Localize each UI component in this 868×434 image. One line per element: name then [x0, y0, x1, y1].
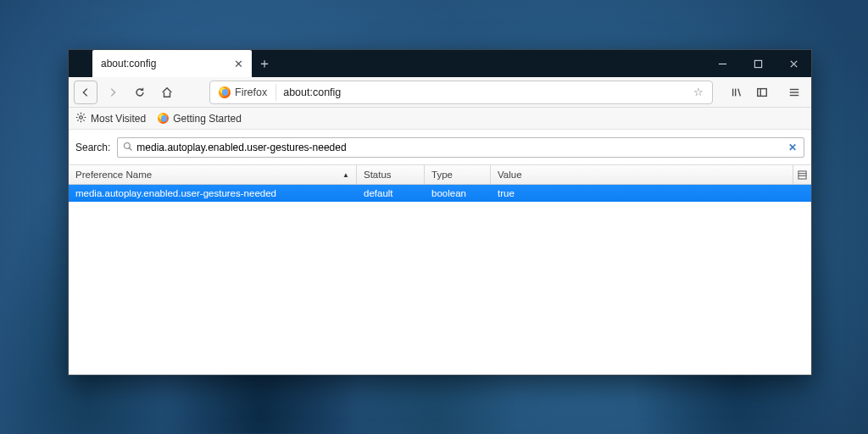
svg-point-12 — [80, 115, 83, 119]
cell-status: default — [357, 188, 425, 198]
clear-search-icon[interactable]: ✕ — [785, 141, 800, 154]
svg-line-14 — [130, 147, 132, 150]
cell-name: media.autoplay.enabled.user-gestures-nee… — [69, 188, 357, 198]
column-header-type[interactable]: Type — [425, 165, 491, 184]
firefox-icon — [219, 86, 231, 98]
identity-box[interactable]: Firefox — [214, 84, 276, 101]
bookmark-label: Getting Started — [173, 113, 242, 125]
bookmark-star-icon[interactable]: ☆ — [688, 86, 709, 98]
window-controls — [704, 50, 811, 77]
bookmark-most-visited[interactable]: Most Visited — [75, 112, 146, 125]
sidebar-button[interactable] — [750, 81, 774, 104]
tab-close-icon[interactable]: ✕ — [231, 57, 245, 70]
svg-line-6 — [738, 88, 741, 96]
nav-toolbar: Firefox ☆ — [69, 77, 811, 108]
column-header-status[interactable]: Status — [357, 165, 425, 184]
minimize-button[interactable] — [704, 50, 740, 77]
cell-value: true — [491, 188, 811, 198]
identity-label: Firefox — [235, 86, 267, 98]
column-header-value[interactable]: Value — [491, 165, 793, 184]
bookmark-label: Most Visited — [91, 113, 146, 125]
tab-title: about:config — [101, 58, 231, 70]
svg-point-13 — [125, 142, 131, 148]
toolbar-right — [725, 81, 806, 104]
url-input[interactable] — [276, 86, 688, 98]
svg-rect-7 — [758, 88, 767, 96]
home-button[interactable] — [155, 81, 179, 104]
url-bar[interactable]: Firefox ☆ — [209, 81, 713, 104]
maximize-button[interactable] — [740, 50, 776, 77]
reload-button[interactable] — [128, 81, 152, 104]
menu-button[interactable] — [782, 81, 806, 104]
browser-window: about:config ✕ ＋ — [68, 49, 812, 376]
search-icon — [123, 142, 133, 154]
tab-active[interactable]: about:config ✕ — [92, 50, 252, 77]
column-label: Value — [498, 170, 522, 180]
svg-rect-15 — [798, 170, 806, 178]
search-label: Search: — [75, 142, 110, 153]
firefox-icon — [158, 113, 169, 124]
titlebar: about:config ✕ ＋ — [69, 50, 811, 77]
column-label: Status — [364, 170, 392, 180]
sort-ascending-icon: ▲ — [342, 171, 349, 179]
bookmark-getting-started[interactable]: Getting Started — [158, 113, 242, 125]
tab-strip-leading-space — [69, 50, 92, 77]
cell-type: boolean — [425, 188, 491, 198]
content-area: Search: ✕ Preference Name ▲ Status Type — [69, 130, 811, 375]
column-label: Type — [431, 170, 453, 180]
table-header: Preference Name ▲ Status Type Value — [69, 164, 811, 185]
table-row[interactable]: media.autoplay.enabled.user-gestures-nee… — [69, 185, 811, 202]
gear-icon — [75, 112, 86, 125]
close-button[interactable] — [776, 50, 811, 77]
back-button[interactable] — [74, 81, 97, 104]
column-header-name[interactable]: Preference Name ▲ — [69, 165, 357, 184]
svg-rect-1 — [754, 60, 761, 67]
new-tab-button[interactable]: ＋ — [252, 50, 277, 77]
library-button[interactable] — [725, 81, 748, 104]
forward-button[interactable] — [101, 81, 125, 104]
bookmarks-toolbar: Most Visited Getting Started — [69, 108, 811, 130]
column-label: Preference Name — [75, 170, 152, 180]
search-row: Search: ✕ — [69, 131, 811, 164]
column-picker-button[interactable] — [793, 165, 811, 184]
search-input[interactable] — [136, 142, 785, 153]
search-box[interactable]: ✕ — [117, 137, 804, 158]
table-body: media.autoplay.enabled.user-gestures-nee… — [69, 185, 811, 375]
